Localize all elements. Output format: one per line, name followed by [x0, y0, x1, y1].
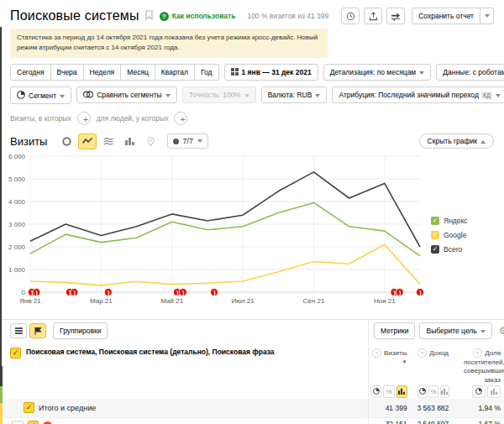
revenue-pie-toggle[interactable] [417, 385, 427, 398]
hide-chart-button[interactable]: Скрыть график [419, 133, 494, 149]
share-arrows-icon [391, 12, 401, 21]
compare-segments-dropdown[interactable]: Сравнить сегменты [76, 86, 177, 103]
chevron-down-icon [315, 94, 320, 97]
attribution-dropdown[interactable]: Атрибуция: Последний значимый переходКД [332, 86, 504, 103]
legend-checkbox-yandex[interactable]: ✓ [431, 217, 439, 225]
help-badge-icon: ? [160, 12, 169, 21]
share-button[interactable] [386, 8, 405, 24]
bookmark-icon[interactable] [145, 10, 153, 22]
tab-year[interactable]: Год [195, 64, 219, 81]
view-list-toggle[interactable] [10, 323, 27, 338]
info-icon: ? [372, 348, 381, 358]
segment-dropdown[interactable]: Сегмент [10, 86, 71, 104]
share-pie-toggle[interactable] [472, 385, 486, 398]
line-chart-canvas[interactable]: Янв 21Мар 21Май 21Июл 21Сен 21Ноя 216 00… [0, 151, 424, 312]
column-header-revenue[interactable]: ?Доход [415, 343, 464, 385]
chart-type-pie-button[interactable] [57, 133, 76, 149]
svg-text:): ) [394, 289, 396, 296]
legend-item-google[interactable]: ✓ Google [431, 231, 468, 239]
view-tree-toggle[interactable] [29, 323, 46, 338]
save-report-button[interactable]: Сохранить отчет [412, 8, 480, 24]
share-bars-toggle[interactable] [487, 385, 501, 398]
svg-text:Ноя 21: Ноя 21 [374, 297, 396, 305]
goal-select-dropdown[interactable]: Выберите цель [419, 322, 491, 339]
svg-text:Июл 21: Июл 21 [231, 297, 255, 305]
history-button[interactable] [341, 8, 360, 24]
revenue-percent-toggle[interactable]: % [428, 385, 438, 398]
tab-quarter[interactable]: Квартал [155, 64, 195, 81]
data-mode-dropdown[interactable]: Данные: с роботами [436, 64, 504, 81]
chart-title: Визиты [10, 135, 47, 148]
svg-text:): ) [213, 289, 215, 296]
pie-icon [475, 388, 482, 395]
svg-text:Мар 21: Мар 21 [90, 297, 113, 305]
row-checkbox[interactable]: ✓ [24, 402, 34, 413]
column-header-share[interactable]: ?Доля посетителей, совершивших заказ [464, 343, 504, 385]
add-visit-filter-button[interactable]: + [77, 112, 91, 125]
yandex-visits: 32 151 [369, 420, 416, 424]
groupings-button[interactable]: Группировки [53, 322, 108, 339]
period-controls-row: Сегодня Вчера Неделя Месяц Квартал Год 1… [10, 64, 494, 81]
how-to-use-link[interactable]: Как использовать [172, 12, 236, 20]
column-chart-icon [125, 137, 134, 145]
metrics-button[interactable]: Метрики [374, 322, 415, 339]
visits-chart: Янв 21Мар 21Май 21Июл 21Сен 21Ноя 216 00… [0, 151, 504, 312]
flag-view-icon [34, 327, 42, 335]
chevron-up-icon [480, 140, 486, 144]
report-header: Поисковые системы ? Как использовать 100… [0, 0, 504, 24]
table-row-totals[interactable]: ✓ Итого и средние 41 399 3 563 882 1,94 … [0, 399, 504, 417]
export-button[interactable] [364, 8, 382, 24]
tab-month[interactable]: Месяц [121, 64, 155, 81]
visits-percent-toggle[interactable]: % [383, 385, 394, 398]
legend-checkbox-total[interactable]: ✓ [431, 245, 439, 254]
svg-text:Янв 21: Янв 21 [19, 297, 41, 305]
svg-text:): ) [176, 289, 178, 296]
tab-today[interactable]: Сегодня [10, 64, 51, 81]
filter-row: Визиты, в которых + для людей, у которых… [10, 112, 494, 125]
revenue-bars-toggle[interactable] [440, 385, 449, 398]
table-row-yandex[interactable]: + ✓ Я Яндекс 32 151 2 549 597 1,67 % [0, 417, 504, 424]
yandex-revenue: 2 549 597 [416, 420, 465, 424]
column-header-visits[interactable]: ?Визиты ▼ [369, 343, 415, 385]
chart-header: Визиты 7/7 Скрыть график [10, 133, 494, 149]
chevron-down-icon [244, 94, 249, 97]
chart-type-columns-button[interactable] [120, 133, 139, 149]
gear-icon[interactable]: ⚙ [499, 325, 504, 337]
metric-display-toggles: % % [0, 385, 504, 399]
save-report-menu-button[interactable] [480, 8, 494, 24]
row-checkbox[interactable]: ✓ [28, 421, 39, 424]
totals-share: 1,94 % [464, 404, 504, 412]
expand-row-button[interactable]: + [12, 421, 24, 424]
tab-week[interactable]: Неделя [84, 64, 122, 81]
currency-dropdown[interactable]: Валюта: RUB [261, 86, 328, 103]
chart-type-line-button[interactable] [78, 133, 97, 149]
chart-type-map-button[interactable] [141, 133, 160, 149]
tab-yesterday[interactable]: Вчера [51, 64, 84, 81]
svg-text:Сен 21: Сен 21 [303, 297, 325, 305]
detail-dropdown[interactable]: Детализация: по месяцам [323, 64, 432, 81]
pie-segment-icon [17, 91, 25, 99]
accuracy-dropdown[interactable]: Точность: 100% [182, 86, 256, 103]
goal-dot-icon [173, 139, 179, 144]
visits-pie-toggle[interactable] [370, 385, 381, 398]
visits-bars-toggle[interactable] [396, 385, 407, 398]
svg-text:4 000: 4 000 [8, 198, 26, 206]
dimension-header[interactable]: Поисковая система, Поисковая система (де… [26, 348, 275, 359]
legend-item-total[interactable]: ✓ Всего [431, 245, 468, 254]
window-edge [0, 27, 2, 366]
compare-venn-icon [83, 91, 93, 98]
totals-revenue: 3 563 882 [416, 404, 465, 412]
date-range-button[interactable]: 1 янв — 31 дек 2021 [224, 64, 318, 81]
period-tabs: Сегодня Вчера Неделя Месяц Квартал Год [10, 64, 219, 81]
visits-sample-note: 100 % визитов из 41 399 [247, 12, 328, 20]
chart-type-area-button[interactable] [99, 133, 118, 149]
legend-checkbox-google[interactable]: ✓ [431, 231, 439, 239]
table-header: ✓ Поисковая система, Поисковая система (… [0, 343, 504, 385]
sort-desc-icon[interactable]: ▼ [402, 359, 407, 364]
visits-filter-label: Визиты, в которых [10, 114, 71, 123]
select-all-checkbox[interactable]: ✓ [10, 348, 21, 359]
clock-icon [346, 12, 355, 21]
legend-item-yandex[interactable]: ✓ Яндекс [431, 217, 468, 225]
add-people-filter-button[interactable]: + [174, 112, 187, 125]
goals-dropdown[interactable]: 7/7 [167, 133, 208, 149]
